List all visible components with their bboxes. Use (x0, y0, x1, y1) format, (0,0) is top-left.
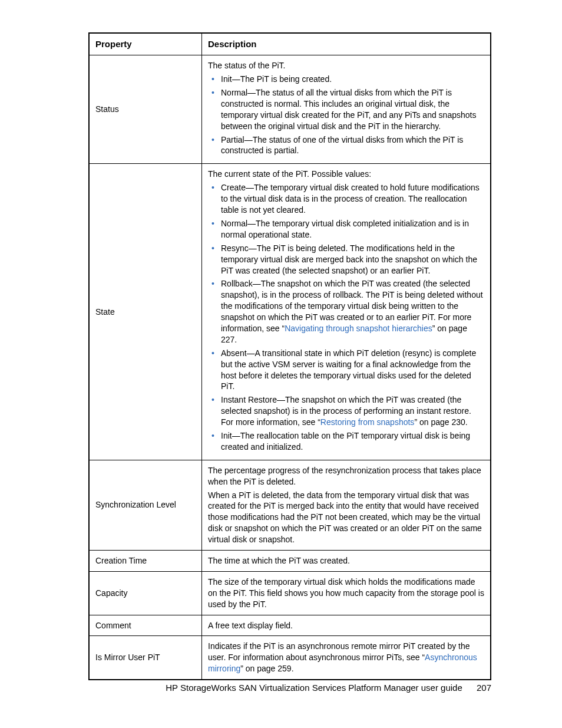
description-cell: The percentage progress of the resynchro… (202, 460, 491, 550)
property-cell: Comment (89, 615, 202, 636)
list-item: Instant Restore—The snapshot on which th… (208, 394, 484, 428)
paragraph: Indicates if the PiT is an asynchronous … (208, 641, 484, 674)
table-row: Comment A free text display field. (89, 615, 491, 636)
header-description: Description (202, 33, 491, 55)
list-item: Resync—The PiT is being deleted. The mod… (208, 243, 484, 276)
list-item: Rollback—The snapshot on which the PiT w… (208, 278, 484, 345)
page-footer: HP StorageWorks SAN Virtualization Servi… (166, 683, 491, 693)
text-run: ” on page 230. (414, 417, 467, 427)
description-cell: The time at which the PiT was created. (202, 550, 491, 571)
paragraph: The size of the temporary virtual disk w… (208, 577, 484, 610)
table-row: Status The status of the PiT. Init—The P… (89, 55, 491, 164)
property-cell: Capacity (89, 571, 202, 615)
description-intro: The current state of the PiT. Possible v… (208, 169, 484, 180)
paragraph: The percentage progress of the resynchro… (208, 465, 484, 487)
property-cell: Status (89, 55, 202, 164)
description-cell: The current state of the PiT. Possible v… (202, 164, 491, 460)
paragraph: When a PiT is deleted, the data from the… (208, 490, 484, 545)
property-cell: State (89, 164, 202, 460)
properties-table: Property Description Status The status o… (88, 32, 491, 680)
description-intro: The status of the PiT. (208, 60, 484, 71)
link-restoring[interactable]: Restoring from snapshots (320, 417, 415, 427)
paragraph: A free text display field. (208, 620, 484, 631)
footer-title: HP StorageWorks SAN Virtualization Servi… (166, 683, 462, 693)
table-row: Creation Time The time at which the PiT … (89, 550, 491, 571)
description-cell: Indicates if the PiT is an asynchronous … (202, 636, 491, 680)
list-item: Normal—The temporary virtual disk comple… (208, 218, 484, 241)
page: Property Description Status The status o… (0, 0, 562, 728)
table-row: State The current state of the PiT. Poss… (89, 164, 491, 460)
list-item: Init—The reallocation table on the PiT t… (208, 430, 484, 453)
table-row: Synchronization Level The percentage pro… (89, 460, 491, 550)
description-cell: The size of the temporary virtual disk w… (202, 571, 491, 615)
list-item: Absent—A transitional state in which PiT… (208, 348, 484, 393)
header-property: Property (89, 33, 202, 55)
table-row: Is Mirror User PiT Indicates if the PiT … (89, 636, 491, 680)
description-cell: A free text display field. (202, 615, 491, 636)
paragraph: The time at which the PiT was created. (208, 555, 484, 566)
description-cell: The status of the PiT. Init—The PiT is b… (202, 55, 491, 164)
property-cell: Synchronization Level (89, 460, 202, 550)
list-item: Normal—The status of all the virtual dis… (208, 87, 484, 132)
property-cell: Is Mirror User PiT (89, 636, 202, 680)
page-number: 207 (477, 683, 491, 693)
list-item: Create—The temporary virtual disk create… (208, 182, 484, 216)
text-run: ” on page 259. (240, 664, 293, 673)
property-cell: Creation Time (89, 550, 202, 571)
list-item: Init—The PiT is being created. (208, 74, 484, 85)
table-header-row: Property Description (89, 33, 491, 55)
table-row: Capacity The size of the temporary virtu… (89, 571, 491, 615)
link-navigating[interactable]: Navigating through snapshot hierarchies (285, 324, 432, 333)
bullet-list: Create—The temporary virtual disk create… (208, 182, 484, 452)
bullet-list: Init—The PiT is being created. Normal—Th… (208, 74, 484, 156)
list-item: Partial—The status of one of the virtual… (208, 134, 484, 157)
